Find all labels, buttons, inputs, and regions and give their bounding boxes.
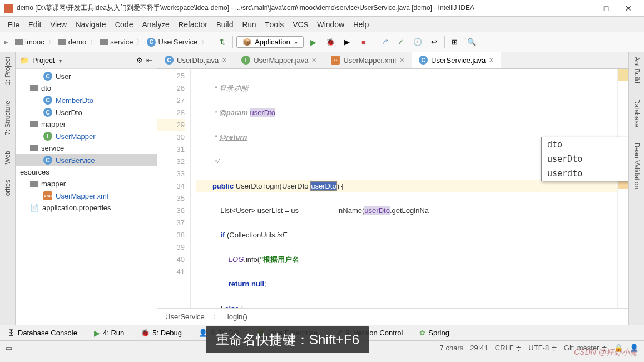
tab-userservice[interactable]: CUserService.java✕ bbox=[412, 52, 501, 68]
close-icon[interactable]: ✕ bbox=[399, 57, 404, 64]
crumb-method[interactable]: login() bbox=[227, 313, 247, 321]
menu-run[interactable]: Run bbox=[239, 19, 259, 30]
tree-userservice[interactable]: CUserService bbox=[16, 154, 157, 166]
status-lineending[interactable]: CRLF ≑ bbox=[495, 344, 522, 352]
crumb-demo[interactable]: demo bbox=[68, 38, 87, 46]
crumb-class[interactable]: UserService bbox=[165, 313, 205, 321]
editor: CUserDto.java✕ IUserMapper.java✕ ‹›UserM… bbox=[157, 52, 628, 325]
tool-project[interactable]: 1: Project bbox=[4, 54, 12, 87]
project-panel-header[interactable]: 📁 Project ⚙ ⇤ bbox=[16, 52, 157, 69]
breadcrumb[interactable]: imooc 〉 demo 〉 service 〉 C UserService 〉 bbox=[12, 36, 212, 48]
error-stripe[interactable] bbox=[617, 69, 628, 308]
menu-build[interactable]: Build bbox=[213, 19, 236, 30]
title-bar: demo [D:\慕课网\开发工具idea从入门到爱不释手\workspace\… bbox=[0, 0, 644, 17]
suggestion-userDto[interactable]: userDto bbox=[542, 152, 628, 166]
menu-file[interactable]: File bbox=[4, 19, 23, 30]
tree-app-props[interactable]: 📄application.properties bbox=[16, 202, 157, 214]
project-panel: 📁 Project ⚙ ⇤ CUser dto CMemberDto CUser… bbox=[16, 52, 157, 325]
menu-edit[interactable]: Edit bbox=[25, 19, 44, 30]
editor-tabs: CUserDto.java✕ IUserMapper.java✕ ‹›UserM… bbox=[157, 52, 628, 69]
project-header-label: Project bbox=[32, 56, 55, 65]
vcs-history-icon[interactable]: 🕘 bbox=[411, 36, 424, 49]
folder-icon bbox=[100, 39, 108, 45]
crumb-service[interactable]: service bbox=[110, 38, 133, 46]
status-encoding[interactable]: UTF-8 ≑ bbox=[528, 344, 557, 352]
close-icon[interactable]: ✕ bbox=[222, 57, 227, 64]
shortcut-overlay: 重命名快捷键：Shift+F6 bbox=[206, 326, 369, 353]
suggestion-dto[interactable]: dto bbox=[542, 137, 628, 152]
spring-icon: ✿ bbox=[419, 329, 425, 337]
tool-structure[interactable]: 7: Structure bbox=[4, 98, 12, 137]
menu-vcs[interactable]: VCS bbox=[289, 19, 311, 30]
close-icon[interactable]: ✕ bbox=[311, 57, 316, 64]
run-configuration-selector[interactable]: 📦 Application bbox=[236, 36, 304, 48]
rename-suggestions-popup[interactable]: dto userDto userdto bbox=[541, 137, 628, 181]
chevron-down-icon[interactable] bbox=[58, 56, 62, 65]
debug-button[interactable]: 🐞 bbox=[324, 36, 337, 49]
tool-spring[interactable]: ✿Spring bbox=[419, 329, 449, 337]
vcs-commit-icon[interactable]: ✓ bbox=[394, 36, 408, 49]
tree-mapper2[interactable]: mapper bbox=[16, 178, 157, 190]
tree-user[interactable]: CUser bbox=[16, 70, 157, 82]
update-icon[interactable]: ⇅ bbox=[216, 36, 229, 49]
status-position[interactable]: 29:41 bbox=[470, 344, 488, 352]
menu-tools[interactable]: Tools bbox=[262, 19, 288, 30]
close-icon[interactable]: ✕ bbox=[489, 57, 494, 64]
menu-navigate[interactable]: Navigate bbox=[72, 19, 110, 30]
editor-breadcrumb[interactable]: UserService 〉 login() bbox=[157, 308, 628, 325]
tree-memberdto[interactable]: CMemberDto bbox=[16, 94, 157, 106]
code-editor[interactable]: 25262728 29303132 33343536 3738394041 * … bbox=[157, 69, 628, 308]
collapse-icon[interactable]: ⇤ bbox=[146, 56, 152, 65]
search-icon[interactable]: 🔍 bbox=[465, 36, 478, 49]
tool-web[interactable]: Web bbox=[4, 148, 12, 166]
code-content[interactable]: * 登录功能 * @param userDto * @return */ pub… bbox=[191, 69, 617, 308]
watermark: CSDN @狂野小魔 bbox=[574, 348, 637, 358]
run-button[interactable]: ▶ bbox=[307, 36, 320, 49]
close-button[interactable]: ✕ bbox=[617, 4, 640, 13]
tool-run[interactable]: ▶4: Run bbox=[94, 329, 124, 338]
tree-mapper[interactable]: mapper bbox=[16, 118, 157, 130]
window-title: demo [D:\慕课网\开发工具idea从入门到爱不释手\workspace\… bbox=[17, 3, 573, 13]
stop-button[interactable]: ■ bbox=[357, 36, 370, 49]
crumb-class[interactable]: UserService bbox=[158, 38, 197, 46]
tool-ant[interactable]: Ant Build bbox=[633, 54, 641, 86]
menu-analyze[interactable]: Analyze bbox=[138, 19, 172, 30]
menu-view[interactable]: View bbox=[47, 19, 70, 30]
crumb-imooc[interactable]: imooc bbox=[25, 38, 44, 46]
tool-favorites[interactable]: orites bbox=[4, 177, 12, 198]
vcs-branch-icon[interactable]: ⎇ bbox=[378, 36, 391, 49]
line-gutter[interactable]: 25262728 29303132 33343536 3738394041 bbox=[157, 69, 191, 308]
tool-db-console[interactable]: 🗄Database Console bbox=[8, 329, 77, 337]
coverage-button[interactable]: ▶ bbox=[340, 36, 354, 49]
database-icon: 🗄 bbox=[8, 329, 15, 337]
tool-bean[interactable]: Bean Validation bbox=[633, 141, 641, 191]
folder-icon bbox=[15, 39, 23, 45]
vcs-revert-icon[interactable]: ↩ bbox=[428, 36, 441, 49]
tree-usermapper[interactable]: IUserMapper bbox=[16, 130, 157, 142]
structure-icon[interactable]: ⊞ bbox=[448, 36, 462, 49]
menu-help[interactable]: Help bbox=[350, 19, 372, 30]
menu-code[interactable]: Code bbox=[112, 19, 137, 30]
class-icon: C bbox=[147, 38, 156, 47]
tree-usermapper-xml[interactable]: xmlUserMapper.xml bbox=[16, 190, 157, 202]
minimize-button[interactable]: — bbox=[573, 4, 595, 13]
tree-service[interactable]: service bbox=[16, 142, 157, 154]
expand-icon[interactable]: ▸ bbox=[4, 38, 8, 46]
tool-debug[interactable]: 🐞5: Debug bbox=[141, 329, 182, 337]
status-icon[interactable]: ▭ bbox=[6, 344, 12, 352]
maximize-button[interactable]: □ bbox=[595, 4, 617, 13]
tab-userdto[interactable]: CUserDto.java✕ bbox=[157, 52, 234, 68]
tree-userdto[interactable]: CUserDto bbox=[16, 106, 157, 118]
tool-database[interactable]: Database bbox=[633, 97, 641, 130]
tree-resources[interactable]: esources bbox=[16, 166, 157, 178]
suggestion-userdto[interactable]: userdto bbox=[542, 166, 628, 181]
tab-usermapper-java[interactable]: IUserMapper.java✕ bbox=[234, 52, 324, 68]
gear-icon[interactable]: ⚙ bbox=[136, 56, 143, 65]
project-tree[interactable]: CUser dto CMemberDto CUserDto mapper IUs… bbox=[16, 69, 157, 325]
menu-window[interactable]: Window bbox=[314, 19, 348, 30]
folder-icon: 📁 bbox=[20, 56, 29, 65]
tab-usermapper-xml[interactable]: ‹›UserMapper.xml✕ bbox=[324, 52, 412, 68]
menu-refactor[interactable]: Refactor bbox=[175, 19, 211, 30]
bug-icon: 🐞 bbox=[141, 329, 150, 337]
tree-dto[interactable]: dto bbox=[16, 82, 157, 94]
